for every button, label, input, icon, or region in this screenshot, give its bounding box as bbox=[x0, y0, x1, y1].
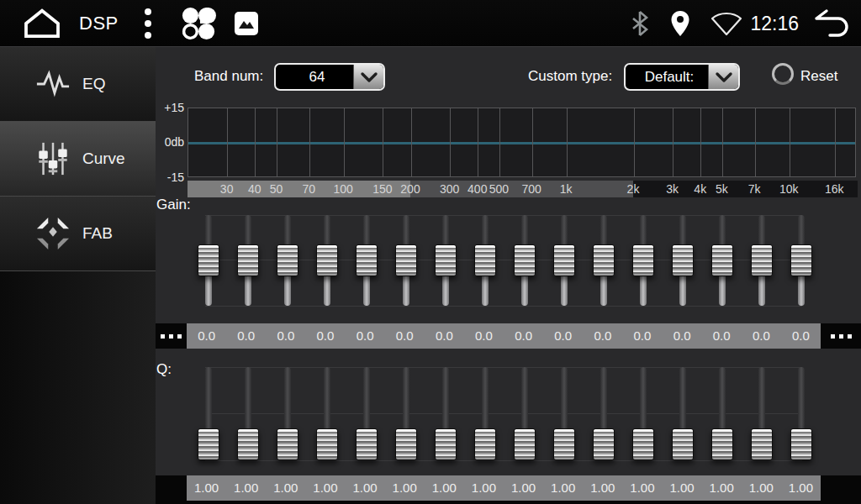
gain-slider-thumb[interactable] bbox=[395, 244, 417, 276]
q-slider-thumb[interactable] bbox=[474, 428, 496, 460]
gridline bbox=[277, 108, 277, 176]
gain-slider[interactable] bbox=[742, 212, 781, 309]
reset-radio-button[interactable] bbox=[772, 63, 794, 85]
sidebar-item-fab[interactable]: FAB bbox=[0, 197, 156, 271]
page-title: DSP bbox=[79, 13, 119, 34]
q-value: 1.00 bbox=[187, 475, 226, 501]
q-slider-thumb[interactable] bbox=[593, 428, 615, 460]
overflow-menu-icon[interactable] bbox=[137, 7, 159, 40]
gain-scroll-left-button[interactable] bbox=[156, 323, 187, 349]
q-slider[interactable] bbox=[228, 364, 267, 464]
custom-type-dropdown[interactable]: Default: bbox=[624, 63, 740, 91]
location-icon[interactable] bbox=[669, 9, 691, 38]
gain-slider-thumb[interactable] bbox=[790, 244, 812, 276]
q-slider-thumb[interactable] bbox=[514, 428, 536, 460]
q-slider[interactable] bbox=[544, 364, 584, 464]
gain-slider-thumb[interactable] bbox=[435, 244, 457, 276]
q-slider-thumb[interactable] bbox=[751, 428, 773, 460]
gain-slider[interactable] bbox=[663, 212, 702, 309]
q-value: 1.00 bbox=[702, 475, 742, 501]
gallery-icon[interactable] bbox=[230, 7, 263, 40]
q-slider[interactable] bbox=[584, 364, 623, 464]
q-slider[interactable] bbox=[425, 364, 465, 464]
q-slider[interactable] bbox=[781, 364, 821, 464]
gain-slider-thumb[interactable] bbox=[632, 244, 654, 276]
gain-slider[interactable] bbox=[504, 212, 544, 309]
q-slider-thumb[interactable] bbox=[790, 428, 812, 460]
gridline bbox=[532, 108, 533, 176]
gain-value: 0.0 bbox=[226, 323, 266, 349]
q-slider[interactable] bbox=[623, 364, 663, 464]
q-slider[interactable] bbox=[267, 364, 307, 464]
gain-slider-thumb[interactable] bbox=[514, 244, 536, 276]
gain-slider[interactable] bbox=[386, 212, 425, 309]
home-icon[interactable] bbox=[20, 5, 64, 42]
gain-slider-thumb[interactable] bbox=[277, 244, 298, 276]
q-slider-thumb[interactable] bbox=[553, 428, 575, 460]
q-scroll-left-button[interactable] bbox=[156, 475, 187, 501]
q-slider[interactable] bbox=[188, 364, 228, 464]
gain-slider-thumb[interactable] bbox=[593, 244, 615, 276]
q-slider[interactable] bbox=[742, 364, 781, 464]
gain-slider-thumb[interactable] bbox=[672, 244, 694, 276]
gain-slider-thumb[interactable] bbox=[751, 244, 773, 276]
gain-value: 0.0 bbox=[464, 323, 504, 349]
gain-slider[interactable] bbox=[584, 212, 623, 309]
back-icon[interactable] bbox=[812, 7, 851, 40]
gain-slider[interactable] bbox=[702, 212, 742, 309]
gain-slider[interactable] bbox=[425, 212, 465, 309]
q-slider-thumb[interactable] bbox=[277, 428, 298, 460]
gain-slider[interactable] bbox=[544, 212, 584, 309]
q-section-label: Q: bbox=[156, 361, 172, 378]
q-slider[interactable] bbox=[465, 364, 504, 464]
gain-slider[interactable] bbox=[465, 212, 504, 309]
sidebar-item-eq[interactable]: EQ bbox=[0, 47, 156, 122]
q-slider[interactable] bbox=[346, 364, 386, 464]
wifi-icon[interactable] bbox=[710, 9, 743, 38]
q-slider[interactable] bbox=[504, 364, 544, 464]
q-slider-thumb[interactable] bbox=[316, 428, 338, 460]
q-slider-thumb[interactable] bbox=[356, 428, 378, 460]
gridline bbox=[309, 108, 310, 176]
q-slider-thumb[interactable] bbox=[395, 428, 417, 460]
q-slider-thumb[interactable] bbox=[198, 428, 219, 460]
gain-slider-thumb[interactable] bbox=[316, 244, 338, 276]
sidebar-item-label: Curve bbox=[82, 150, 125, 168]
q-slider-thumb[interactable] bbox=[632, 428, 654, 460]
gain-slider[interactable] bbox=[307, 212, 346, 309]
q-slider[interactable] bbox=[702, 364, 742, 464]
q-slider[interactable] bbox=[307, 364, 346, 464]
q-slider[interactable] bbox=[386, 364, 425, 464]
q-slider[interactable] bbox=[663, 364, 702, 464]
q-slider-thumb[interactable] bbox=[237, 428, 259, 460]
gain-value: 0.0 bbox=[663, 323, 702, 349]
gain-slider-thumb[interactable] bbox=[553, 244, 575, 276]
q-scroll-right-button[interactable] bbox=[821, 475, 861, 501]
bottom-edge bbox=[156, 501, 861, 504]
q-slider-thumb[interactable] bbox=[711, 428, 733, 460]
chevron-down-icon[interactable] bbox=[708, 65, 738, 89]
gain-slider[interactable] bbox=[781, 212, 821, 309]
q-slider-thumb[interactable] bbox=[672, 428, 694, 460]
sidebar-item-curve[interactable]: Curve bbox=[0, 122, 156, 197]
custom-type-value: Default: bbox=[626, 65, 708, 89]
gain-slider[interactable] bbox=[623, 212, 663, 309]
gain-slider-thumb[interactable] bbox=[474, 244, 496, 276]
gain-scroll-right-button[interactable] bbox=[821, 323, 861, 349]
bluetooth-icon[interactable] bbox=[629, 9, 651, 38]
q-slider-thumb[interactable] bbox=[435, 428, 457, 460]
gain-value-row: 0.00.00.00.00.00.00.00.00.00.00.00.00.00… bbox=[156, 323, 861, 349]
gain-slider-thumb[interactable] bbox=[237, 244, 259, 276]
gain-slider-thumb[interactable] bbox=[711, 244, 733, 276]
gain-slider[interactable] bbox=[188, 212, 228, 309]
gain-slider-thumb[interactable] bbox=[356, 244, 378, 276]
gain-slider-thumb[interactable] bbox=[198, 244, 219, 276]
gain-slider[interactable] bbox=[346, 212, 386, 309]
band-num-dropdown[interactable]: 64 bbox=[274, 63, 385, 91]
chevron-down-icon[interactable] bbox=[353, 65, 383, 89]
band-num-label: Band num: bbox=[194, 68, 263, 85]
q-value: 1.00 bbox=[266, 475, 305, 501]
apps-clover-icon[interactable] bbox=[179, 5, 218, 42]
gain-slider[interactable] bbox=[267, 212, 307, 309]
gain-slider[interactable] bbox=[228, 212, 267, 309]
